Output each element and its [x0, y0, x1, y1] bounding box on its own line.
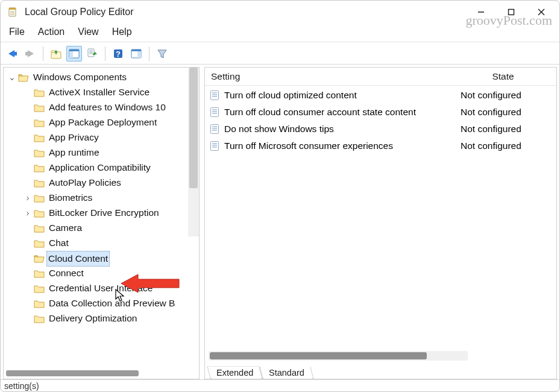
tree-item-cloud-content[interactable]: · Cloud Content	[4, 251, 199, 266]
folder-icon	[34, 209, 45, 218]
list-item[interactable]: Do not show Windows tips Not configured	[205, 121, 556, 138]
tree-item[interactable]: · App Privacy	[4, 130, 199, 145]
tree-label: BitLocker Drive Encryption	[48, 206, 160, 220]
menubar: File Action View Help	[1, 24, 559, 40]
list-pane: Setting State Turn off cloud optimized c…	[204, 67, 557, 379]
folder-icon	[34, 270, 45, 278]
tree-label: Biometrics	[48, 191, 93, 205]
maximize-button[interactable]	[498, 4, 524, 21]
filter-button[interactable]	[154, 46, 170, 62]
tree-item[interactable]: › BitLocker Drive Encryption	[4, 206, 199, 221]
horizontal-scrollbar[interactable]	[6, 370, 163, 378]
list-item[interactable]: Turn off cloud consumer account state co…	[205, 104, 556, 121]
folder-icon	[34, 164, 45, 172]
list-body: Turn off cloud optimized content Not con…	[205, 86, 556, 154]
tree-label: Cloud Content	[46, 251, 110, 267]
tab-extended[interactable]: Extended	[207, 366, 263, 379]
folder-icon	[34, 149, 45, 157]
setting-state: Not configured	[458, 141, 556, 151]
policy-icon	[210, 107, 219, 118]
up-one-level-button[interactable]	[48, 46, 64, 62]
column-header-state[interactable]: State	[458, 71, 556, 82]
back-button[interactable]	[4, 46, 20, 62]
app-icon	[8, 7, 19, 17]
export-list-button[interactable]	[84, 46, 100, 62]
svg-rect-39	[211, 142, 219, 151]
window: Local Group Policy Editor groovyPost.com…	[0, 0, 560, 392]
tree-item[interactable]: · AutoPlay Policies	[4, 175, 199, 191]
help-button[interactable]: ?	[110, 46, 126, 62]
svg-rect-35	[211, 125, 219, 134]
tree-item[interactable]: · Data Collection and Preview B	[4, 296, 199, 311]
expand-icon[interactable]: ›	[23, 192, 33, 205]
tree-item[interactable]: › Biometrics	[4, 191, 199, 206]
menu-file[interactable]: File	[9, 27, 25, 37]
close-button[interactable]	[528, 4, 555, 21]
svg-rect-26	[137, 51, 141, 58]
list-item[interactable]: Turn off cloud optimized content Not con…	[205, 87, 556, 104]
tree-label: Application Compatibility	[48, 160, 151, 175]
tree-item[interactable]: · Credential User Interface	[4, 281, 199, 296]
tree-item[interactable]: · Camera	[4, 221, 199, 236]
tree-label: Delivery Optimization	[48, 311, 137, 326]
menu-help[interactable]: Help	[112, 27, 132, 37]
folder-icon	[34, 119, 45, 127]
svg-rect-15	[69, 49, 79, 51]
collapse-icon[interactable]: ⌄	[7, 71, 17, 84]
svg-rect-31	[211, 108, 219, 117]
titlebar: Local Group Policy Editor	[1, 1, 559, 24]
tree-item[interactable]: · Delivery Optimization	[4, 311, 199, 326]
menu-view[interactable]: View	[78, 27, 98, 37]
tab-standard[interactable]: Standard	[260, 366, 314, 379]
tree-label: Connect	[48, 266, 84, 280]
svg-rect-21	[93, 54, 95, 55]
tree-item[interactable]: · ActiveX Installer Service	[4, 85, 199, 100]
list-item[interactable]: Turn off Microsoft consumer experiences …	[205, 138, 556, 154]
tree-item[interactable]: · App runtime	[4, 145, 199, 160]
divider	[43, 46, 43, 61]
policy-icon	[210, 90, 219, 101]
splitter[interactable]	[200, 65, 204, 379]
setting-name: Turn off cloud optimized content	[224, 90, 357, 101]
tree-label: Add features to Windows 10	[48, 100, 166, 115]
tree-label: AutoPlay Policies	[48, 175, 122, 190]
horizontal-scrollbar[interactable]	[209, 351, 468, 361]
expand-icon[interactable]: ›	[23, 207, 33, 220]
folder-open-icon	[34, 254, 45, 263]
tree-item[interactable]: · App Package Deployment	[4, 115, 199, 130]
menu-action[interactable]: Action	[38, 27, 64, 37]
show-hide-tree-button[interactable]	[66, 46, 82, 62]
svg-rect-1	[9, 8, 16, 10]
svg-rect-13	[55, 52, 57, 54]
divider	[105, 46, 105, 61]
forward-button[interactable]	[22, 46, 38, 62]
setting-state: Not configured	[458, 107, 556, 118]
tree-label: Windows Components	[33, 70, 127, 84]
show-hide-action-pane-button[interactable]	[128, 46, 144, 62]
folder-icon	[34, 285, 45, 293]
column-header-setting[interactable]: Setting	[205, 71, 458, 82]
svg-rect-25	[131, 49, 141, 51]
folder-icon	[34, 89, 45, 97]
window-title: Local Group Policy Editor	[25, 7, 134, 17]
folder-icon	[34, 315, 45, 323]
folder-icon	[34, 239, 45, 248]
tree-root-windows-components[interactable]: ⌄ Windows Components	[4, 70, 199, 85]
svg-rect-6	[509, 10, 514, 15]
policy-icon	[210, 141, 219, 151]
setting-state: Not configured	[458, 90, 556, 101]
tree-item[interactable]: · Chat	[4, 236, 199, 251]
svg-rect-17	[88, 49, 94, 57]
vertical-scrollbar[interactable]	[188, 68, 199, 236]
window-controls	[468, 4, 558, 21]
view-tabs: Extended Standard	[209, 364, 312, 379]
folder-icon	[34, 224, 45, 233]
tree-item[interactable]: · Add features to Windows 10	[4, 100, 199, 115]
tree[interactable]: ⌄ Windows Components · ActiveX Installer…	[4, 68, 199, 379]
tree-label: ActiveX Installer Service	[48, 85, 150, 100]
minimize-button[interactable]	[468, 4, 494, 21]
tree-label: Camera	[48, 221, 83, 235]
tree-item[interactable]: · Application Compatibility	[4, 160, 199, 175]
svg-text:?: ?	[116, 49, 121, 58]
tree-item[interactable]: · Connect	[4, 266, 199, 281]
